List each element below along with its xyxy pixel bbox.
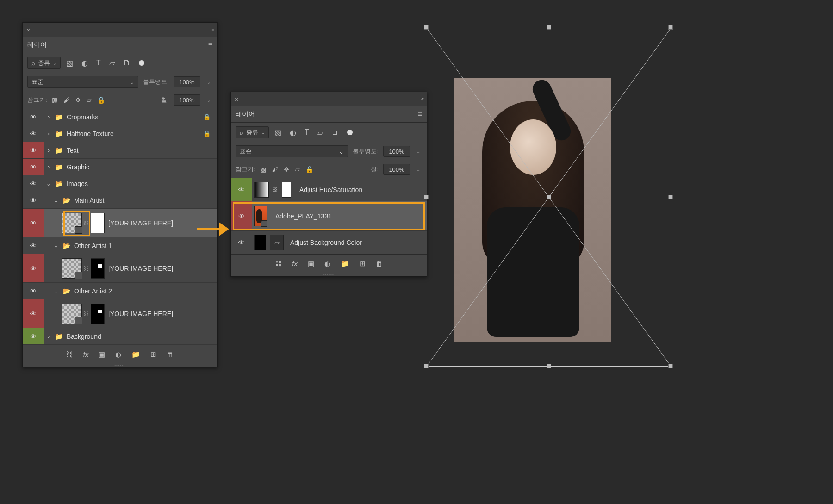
visibility-toggle[interactable]: 👁	[30, 130, 37, 137]
layer-name[interactable]: Background	[67, 333, 101, 340]
transform-handle-br[interactable]	[668, 364, 673, 368]
add-mask-icon[interactable]: ▣	[99, 350, 105, 359]
visibility-toggle[interactable]: 👁	[30, 197, 37, 204]
collapse-icon[interactable]: ⌄	[53, 288, 59, 294]
panel-titlebar[interactable]: × ‹‹	[231, 92, 427, 106]
collapse-icon[interactable]: ⌄	[53, 243, 59, 249]
lock-position-icon[interactable]: ✥	[284, 166, 289, 173]
resize-grip[interactable]: ▪▪▪▪▪▪	[231, 273, 427, 276]
layer-mask-thumbnail[interactable]	[91, 258, 105, 279]
transform-handle-tl[interactable]	[424, 25, 429, 30]
layer-thumbnail[interactable]	[62, 304, 82, 324]
image-filter-icon[interactable]: ▧	[274, 128, 281, 137]
resize-grip[interactable]: ▪▪▪▪▪▪	[23, 363, 217, 367]
adjust-filter-icon[interactable]: ◐	[81, 59, 88, 68]
visibility-toggle[interactable]: 👁	[238, 186, 245, 193]
visibility-toggle[interactable]: 👁	[30, 147, 37, 154]
image-filter-icon[interactable]: ▧	[66, 59, 73, 68]
menu-icon[interactable]: ≡	[418, 110, 422, 118]
visibility-toggle[interactable]: 👁	[30, 242, 37, 249]
new-layer-icon[interactable]: ⊞	[360, 260, 366, 268]
visibility-toggle[interactable]: 👁	[30, 113, 37, 121]
lock-artboard-icon[interactable]: ▱	[295, 166, 300, 173]
visibility-toggle[interactable]: 👁	[30, 180, 37, 187]
layer-row[interactable]: 👁 ⛓ [YOUR IMAGE HERE]	[23, 254, 217, 283]
text-filter-icon[interactable]: T	[305, 128, 309, 137]
transform-handle-bl[interactable]	[424, 364, 429, 368]
layer-name[interactable]: [YOUR IMAGE HERE]	[108, 219, 173, 227]
transform-handle-ml[interactable]	[424, 195, 429, 199]
lock-paint-icon[interactable]: 🖌	[272, 166, 278, 173]
canvas-transform-area[interactable]	[426, 27, 671, 367]
opacity-caret[interactable]: ⌄	[415, 149, 422, 154]
text-filter-icon[interactable]: T	[96, 59, 101, 67]
smart-filter-icon[interactable]: 🗋	[123, 59, 131, 67]
layer-mask-thumbnail[interactable]	[91, 213, 105, 233]
filter-type-select[interactable]: ⌕ 종류 ⌄	[236, 126, 269, 138]
adjustment-icon[interactable]: ◐	[324, 260, 330, 268]
layer-row[interactable]: 👁 ⌄ 📂 Other Artist 1	[23, 237, 217, 254]
visibility-toggle[interactable]: 👁	[30, 310, 37, 317]
layer-row[interactable]: 👁 ⌄ 📂 Main Artist	[23, 192, 217, 209]
panel-titlebar[interactable]: × ‹‹	[23, 23, 217, 37]
layer-name[interactable]: Halftone Texture	[67, 130, 114, 137]
layer-name[interactable]: [YOUR IMAGE HERE]	[108, 310, 173, 317]
smart-filter-icon[interactable]: 🗋	[331, 128, 339, 137]
expand-icon[interactable]: ›	[46, 114, 51, 120]
layer-name[interactable]: Adjust Hue/Saturation	[299, 186, 362, 193]
layer-name[interactable]: Graphic	[67, 163, 89, 171]
lock-all-icon[interactable]: 🔒	[97, 96, 105, 104]
layer-row[interactable]: 👁 › 📁 Graphic	[23, 159, 217, 175]
layer-thumbnail[interactable]	[254, 206, 267, 226]
expand-icon[interactable]: ›	[46, 131, 51, 137]
lock-position-icon[interactable]: ✥	[75, 96, 81, 104]
add-mask-icon[interactable]: ▣	[308, 260, 314, 268]
layer-name[interactable]: Cropmarks	[67, 113, 98, 121]
close-icon[interactable]: ×	[235, 95, 239, 103]
collapse-icon[interactable]: ⌄	[53, 197, 59, 204]
link-layers-icon[interactable]: ⛓	[275, 260, 282, 268]
visibility-toggle[interactable]: 👁	[30, 163, 37, 171]
adjustment-thumbnail[interactable]	[254, 182, 269, 198]
layer-name[interactable]: Other Artist 2	[74, 287, 112, 295]
layer-row-selected[interactable]: 👁 ⛓ [YOUR IMAGE HERE]	[23, 209, 217, 237]
layer-row[interactable]: 👁 ⛓ [YOUR IMAGE HERE]	[23, 299, 217, 328]
filter-type-select[interactable]: ⌕ 종류 ⌄	[27, 57, 61, 69]
visibility-toggle[interactable]: 👁	[30, 219, 37, 227]
transform-bounding-box[interactable]	[426, 27, 671, 367]
shape-filter-icon[interactable]: ▱	[317, 128, 323, 137]
lock-icon[interactable]: 🔒	[203, 130, 211, 137]
group-icon[interactable]: 📁	[131, 350, 140, 359]
fill-input[interactable]: 100%	[174, 94, 200, 106]
lock-icon[interactable]: 🔒	[203, 113, 211, 120]
visibility-toggle[interactable]: 👁	[238, 239, 245, 246]
new-layer-icon[interactable]: ⊞	[150, 350, 156, 359]
adjustment-icon[interactable]: ◐	[115, 350, 121, 359]
layer-mask-thumbnail[interactable]	[91, 304, 105, 324]
visibility-toggle[interactable]: 👁	[238, 212, 245, 220]
trash-icon[interactable]: 🗑	[376, 260, 383, 268]
close-icon[interactable]: ×	[26, 26, 31, 34]
layer-thumbnail[interactable]	[62, 258, 82, 279]
layer-name[interactable]: [YOUR IMAGE HERE]	[108, 265, 173, 272]
fill-caret[interactable]: ⌄	[205, 98, 212, 103]
layer-row[interactable]: 👁 › 📁 Text	[23, 142, 217, 159]
lock-paint-icon[interactable]: 🖌	[63, 96, 70, 104]
layer-name[interactable]: Other Artist 1	[74, 242, 112, 249]
blend-mode-select[interactable]: 표준 ⌄	[236, 145, 348, 157]
opacity-caret[interactable]: ⌄	[205, 80, 212, 85]
trash-icon[interactable]: 🗑	[167, 350, 174, 358]
expand-icon[interactable]: ›	[46, 333, 51, 340]
collapse-icon[interactable]: ‹‹	[421, 96, 423, 102]
fill-caret[interactable]: ⌄	[415, 167, 422, 172]
fill-input[interactable]: 100%	[383, 164, 410, 175]
layer-thumbnail[interactable]	[62, 213, 82, 233]
lock-artboard-icon[interactable]: ▱	[87, 96, 92, 104]
layer-row-selected[interactable]: 👁 Adobe_PLAY_1331	[231, 201, 427, 231]
layer-row[interactable]: 👁 › 📁 Cropmarks 🔒	[23, 109, 217, 125]
opacity-input[interactable]: 100%	[174, 76, 200, 87]
transform-handle-center[interactable]	[547, 195, 551, 199]
layer-name[interactable]: Main Artist	[74, 197, 104, 204]
lock-transparent-icon[interactable]: ▩	[52, 96, 58, 104]
visibility-toggle[interactable]: 👁	[30, 265, 37, 272]
